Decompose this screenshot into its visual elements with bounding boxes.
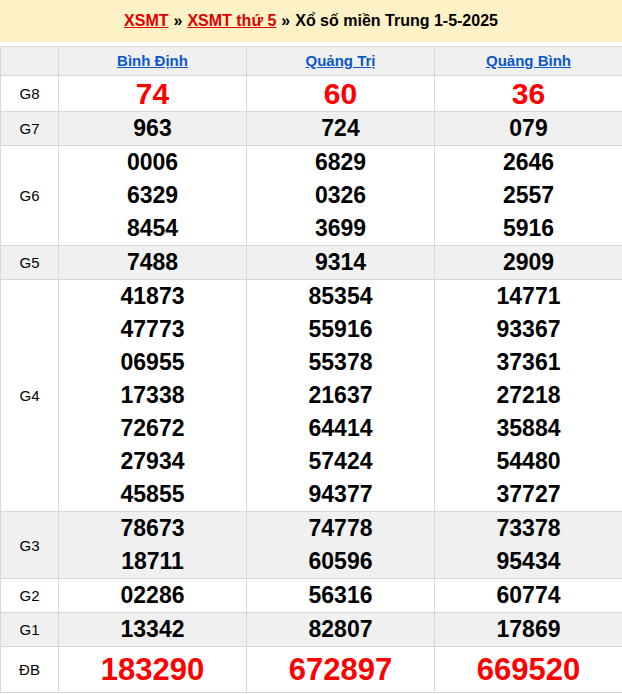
result-number: 60774: [435, 579, 622, 612]
result-number: 2909: [435, 246, 622, 279]
result-number: 02286: [59, 579, 246, 612]
prize-label: G1: [1, 613, 59, 647]
result-number: 60: [247, 76, 434, 111]
result-cell: 724: [247, 112, 435, 146]
prize-label: G6: [1, 146, 59, 246]
result-cell: 85354 55916 55378 21637 64414 57424 9437…: [247, 280, 435, 512]
result-number: 64414: [247, 412, 434, 445]
result-number: 54480: [435, 445, 622, 478]
result-number: 35884: [435, 412, 622, 445]
prize-label: G7: [1, 112, 59, 146]
result-number: 6829: [247, 146, 434, 179]
result-number: 73378: [435, 512, 622, 545]
result-number: 78673: [59, 512, 246, 545]
prize-row-g6: G6 0006 6329 8454 6829 0326 3699 2646 25…: [1, 146, 622, 246]
result-number: 079: [435, 112, 622, 145]
result-number: 724: [247, 112, 434, 145]
result-number: 18711: [59, 545, 246, 578]
results-table: Bình Định Quảng Trị Quảng Bình G8 74 60 …: [0, 46, 622, 693]
result-number: 17869: [435, 613, 622, 646]
result-cell: 2909: [435, 246, 622, 280]
breadcrumb-link-xsmt[interactable]: XSMT: [124, 12, 168, 30]
column-link-binh-dinh[interactable]: Bình Định: [117, 52, 188, 69]
result-number: 36: [435, 76, 622, 111]
prize-label: ĐB: [1, 647, 59, 693]
result-number: 0326: [247, 179, 434, 212]
result-cell: 56316: [247, 579, 435, 613]
result-number: 72672: [59, 412, 246, 445]
result-cell: 079: [435, 112, 622, 146]
prize-row-g7: G7 963 724 079: [1, 112, 622, 146]
result-number: 672897: [247, 647, 434, 692]
result-cell: 82807: [247, 613, 435, 647]
result-cell: 672897: [247, 647, 435, 693]
result-cell: 2646 2557 5916: [435, 146, 622, 246]
column-link-quang-tri[interactable]: Quảng Trị: [305, 52, 375, 69]
prize-row-db: ĐB 183290 672897 669520: [1, 647, 622, 693]
breadcrumb-separator: »: [276, 12, 295, 30]
result-number: 27218: [435, 379, 622, 412]
result-number: 183290: [59, 647, 246, 692]
result-number: 82807: [247, 613, 434, 646]
result-number: 57424: [247, 445, 434, 478]
prize-label: G4: [1, 280, 59, 512]
result-cell: 02286: [59, 579, 247, 613]
result-number: 6329: [59, 179, 246, 212]
result-cell: 60774: [435, 579, 622, 613]
result-cell: 13342: [59, 613, 247, 647]
result-number: 45855: [59, 478, 246, 511]
result-number: 55378: [247, 346, 434, 379]
result-number: 9314: [247, 246, 434, 279]
prize-row-g4: G4 41873 47773 06955 17338 72672 27934 4…: [1, 280, 622, 512]
result-number: 669520: [435, 647, 622, 692]
result-number: 74: [59, 76, 246, 111]
page-title: Xổ số miền Trung 1-5-2025: [295, 12, 498, 30]
result-number: 27934: [59, 445, 246, 478]
prize-row-g3: G3 78673 18711 74778 60596 73378 95434: [1, 512, 622, 579]
result-number: 963: [59, 112, 246, 145]
result-cell: 74: [59, 76, 247, 112]
result-number: 85354: [247, 280, 434, 313]
result-number: 7488: [59, 246, 246, 279]
result-number: 41873: [59, 280, 246, 313]
prize-row-g8: G8 74 60 36: [1, 76, 622, 112]
result-number: 17338: [59, 379, 246, 412]
prize-row-g2: G2 02286 56316 60774: [1, 579, 622, 613]
result-cell: 6829 0326 3699: [247, 146, 435, 246]
breadcrumb-separator: »: [168, 12, 187, 30]
result-cell: 60: [247, 76, 435, 112]
result-number: 13342: [59, 613, 246, 646]
result-cell: 14771 93367 37361 27218 35884 54480 3772…: [435, 280, 622, 512]
result-cell: 669520: [435, 647, 622, 693]
result-cell: 78673 18711: [59, 512, 247, 579]
breadcrumb-link-xsmt-day[interactable]: XSMT thứ 5: [187, 12, 276, 30]
result-number: 06955: [59, 346, 246, 379]
result-number: 8454: [59, 212, 246, 245]
prize-row-g1: G1 13342 82807 17869: [1, 613, 622, 647]
result-number: 94377: [247, 478, 434, 511]
result-number: 95434: [435, 545, 622, 578]
result-number: 37727: [435, 478, 622, 511]
prize-label: G2: [1, 579, 59, 613]
breadcrumb-bar: XSMT»XSMT thứ 5»Xổ số miền Trung 1-5-202…: [0, 0, 622, 42]
result-cell: 0006 6329 8454: [59, 146, 247, 246]
result-number: 56316: [247, 579, 434, 612]
prize-column-header: [1, 47, 59, 76]
column-link-quang-binh[interactable]: Quảng Bình: [486, 52, 571, 69]
result-cell: 7488: [59, 246, 247, 280]
result-cell: 9314: [247, 246, 435, 280]
result-number: 3699: [247, 212, 434, 245]
result-number: 47773: [59, 313, 246, 346]
result-number: 55916: [247, 313, 434, 346]
prize-label: G3: [1, 512, 59, 579]
result-number: 37361: [435, 346, 622, 379]
result-cell: 36: [435, 76, 622, 112]
result-cell: 41873 47773 06955 17338 72672 27934 4585…: [59, 280, 247, 512]
result-number: 21637: [247, 379, 434, 412]
result-number: 93367: [435, 313, 622, 346]
result-number: 5916: [435, 212, 622, 245]
result-cell: 74778 60596: [247, 512, 435, 579]
result-number: 60596: [247, 545, 434, 578]
result-cell: 73378 95434: [435, 512, 622, 579]
prize-label: G5: [1, 246, 59, 280]
